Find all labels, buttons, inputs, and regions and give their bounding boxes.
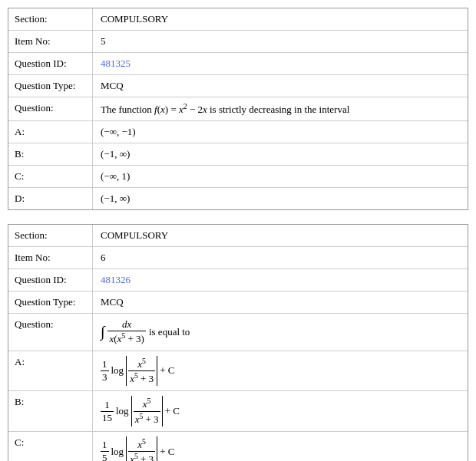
coeff-c: 1 5 [101,439,109,461]
label-qtype-2: Question Type: [8,291,93,313]
value-qtype-1: MCQ [93,75,468,97]
integral-frac: dx x(x5 + 3) [107,318,145,345]
value-itemno-1: 5 [93,31,468,52]
value-itemno-2: 6 [93,247,468,268]
label-b-1: B: [8,143,93,165]
option-a-row-1: A: (−∞, −1) [8,121,468,143]
question-math-1: The function f(x) = x2 − 2x is strictly … [101,104,349,115]
qtype-row-2: Question Type: MCQ [8,291,468,314]
value-section-1: COMPULSORY [93,8,468,30]
option-c-math-1: (−∞, 1) [101,170,130,182]
itemno-row-2: Item No: 6 [8,247,468,269]
option-b-math-1: (−1, ∞) [101,148,130,160]
qid-link-1[interactable]: 481325 [101,58,131,69]
label-d-1: D: [8,188,93,209]
value-a-1: (−∞, −1) [93,121,468,143]
value-question-2: ∫ dx x(x5 + 3) is equal to [93,314,468,350]
label-qid-1: Question ID: [8,53,93,74]
value-a-2: 1 3 log x5 x5 + 3 + C [93,351,468,391]
value-section-2: COMPULSORY [93,225,468,246]
qid-link-2[interactable]: 481326 [101,274,131,285]
label-qtype-1: Question Type: [8,75,93,97]
label-section-1: Section: [8,8,93,30]
section-row-2: Section: COMPULSORY [8,225,468,247]
option-c-math-2: 1 5 log x5 x5 + 3 + C [101,436,174,461]
option-b-row-2: B: 1 15 log x5 x5 + 3 + C [8,391,468,432]
value-b-1: (−1, ∞) [93,143,468,165]
question-math-2: ∫ dx x(x5 + 3) is equal to [101,318,190,345]
question-card-2: Section: COMPULSORY Item No: 6 Question … [8,224,468,461]
label-b-2: B: [8,391,93,431]
value-c-2: 1 5 log x5 x5 + 3 + C [93,432,468,461]
qid-row-1: Question ID: 481325 [8,53,468,75]
label-a-2: A: [8,351,93,391]
frac-b: x5 x5 + 3 [134,397,160,426]
coeff-a: 1 3 [101,358,109,384]
label-question-2: Question: [8,314,93,350]
option-c-row-2: C: 1 5 log x5 x5 + 3 + C [8,432,468,461]
value-d-1: (−1, ∞) [93,188,468,209]
qid-row-2: Question ID: 481326 [8,269,468,291]
abs-c: x5 x5 + 3 [126,436,157,461]
question-card-1: Section: COMPULSORY Item No: 5 Question … [8,8,468,210]
itemno-row-1: Item No: 5 [8,31,468,53]
label-a-1: A: [8,121,93,143]
frac-c: x5 x5 + 3 [128,437,155,461]
option-d-math-1: (−1, ∞) [101,193,130,204]
value-qid-2: 481326 [93,269,468,291]
option-a-math-2: 1 3 log x5 x5 + 3 + C [101,356,174,387]
option-a-math-1: (−∞, −1) [101,126,136,137]
label-section-2: Section: [8,225,93,246]
abs-a: x5 x5 + 3 [126,356,157,387]
qtype-row-1: Question Type: MCQ [8,75,468,97]
frac-a: x5 x5 + 3 [128,357,155,386]
question-row-1: Question: The function f(x) = x2 − 2x is… [8,97,468,121]
value-question-1: The function f(x) = x2 − 2x is strictly … [93,97,468,120]
label-c-2: C: [8,432,93,461]
option-d-row-1: D: (−1, ∞) [8,188,468,209]
abs-b: x5 x5 + 3 [131,396,163,426]
coeff-b: 1 15 [101,399,114,424]
question-row-2: Question: ∫ dx x(x5 + 3) is equal to [8,314,468,351]
value-c-1: (−∞, 1) [93,166,468,187]
label-qid-2: Question ID: [8,269,93,291]
value-qid-1: 481325 [93,53,468,74]
option-c-row-1: C: (−∞, 1) [8,166,468,188]
label-question-1: Question: [8,97,93,120]
option-b-math-2: 1 15 log x5 x5 + 3 + C [101,396,180,426]
value-qtype-2: MCQ [93,291,468,313]
section-row-1: Section: COMPULSORY [8,8,468,31]
value-b-2: 1 15 log x5 x5 + 3 + C [93,391,468,431]
label-itemno-2: Item No: [8,247,93,268]
label-c-1: C: [8,166,93,187]
option-b-row-1: B: (−1, ∞) [8,143,468,166]
option-a-row-2: A: 1 3 log x5 x5 + 3 + C [8,351,468,392]
label-itemno-1: Item No: [8,31,93,52]
